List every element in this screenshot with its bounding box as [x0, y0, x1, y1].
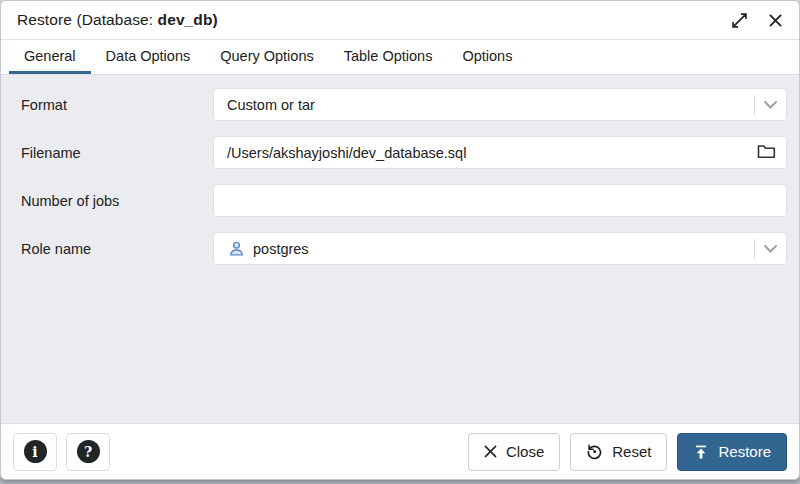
dialog-title-object: dev_db) — [158, 11, 218, 28]
dialog-title-prefix: Restore (Database: — [17, 11, 158, 28]
jobs-input[interactable] — [214, 185, 786, 216]
reset-history-icon — [586, 443, 603, 460]
reset-button-label: Reset — [612, 443, 651, 460]
file-browser-button[interactable] — [746, 137, 786, 168]
role-row: Role name postgres — [13, 232, 787, 265]
filename-input[interactable] — [214, 137, 746, 168]
chevron-down-icon[interactable] — [754, 95, 786, 115]
format-value: Custom or tar — [214, 97, 315, 113]
jobs-field — [213, 184, 787, 217]
screen-background: Restore (Database: dev_db) General Data … — [0, 0, 800, 484]
jobs-row: Number of jobs — [13, 184, 787, 217]
tab-general[interactable]: General — [9, 40, 91, 74]
filename-row: Filename — [13, 136, 787, 169]
upload-restore-icon — [693, 444, 709, 460]
restore-dialog: Restore (Database: dev_db) General Data … — [0, 0, 800, 480]
close-button-label: Close — [506, 443, 544, 460]
filename-field — [213, 136, 787, 169]
restore-button-label: Restore — [718, 443, 771, 460]
close-button[interactable]: Close — [468, 433, 560, 471]
restore-button[interactable]: Restore — [677, 433, 787, 471]
role-label: Role name — [13, 241, 213, 257]
dialog-footer: i ? Close — [1, 423, 799, 479]
general-tab-panel: Format Custom or tar Filename — [1, 75, 799, 423]
tab-data-options[interactable]: Data Options — [91, 40, 206, 74]
help-icon: ? — [77, 440, 100, 463]
help-button[interactable]: ? — [66, 433, 110, 471]
format-select[interactable]: Custom or tar — [213, 88, 787, 121]
role-select[interactable]: postgres — [213, 232, 787, 265]
dialog-title: Restore (Database: dev_db) — [17, 11, 218, 29]
filename-label: Filename — [13, 145, 213, 161]
dialog-titlebar[interactable]: Restore (Database: dev_db) — [1, 1, 799, 40]
user-icon — [228, 240, 245, 257]
sql-info-button[interactable]: i — [13, 433, 57, 471]
chevron-down-icon[interactable] — [754, 239, 786, 259]
role-value: postgres — [253, 241, 309, 257]
folder-icon — [757, 144, 776, 162]
format-label: Format — [13, 97, 213, 113]
close-icon[interactable] — [767, 12, 783, 28]
info-icon: i — [24, 440, 47, 463]
dialog-tabbar: General Data Options Query Options Table… — [1, 40, 799, 75]
jobs-label: Number of jobs — [13, 193, 213, 209]
maximize-icon[interactable] — [731, 12, 747, 28]
close-x-icon — [484, 445, 497, 458]
tab-options[interactable]: Options — [447, 40, 527, 74]
format-row: Format Custom or tar — [13, 88, 787, 121]
reset-button[interactable]: Reset — [570, 433, 667, 471]
tab-table-options[interactable]: Table Options — [329, 40, 448, 74]
tab-query-options[interactable]: Query Options — [205, 40, 329, 74]
